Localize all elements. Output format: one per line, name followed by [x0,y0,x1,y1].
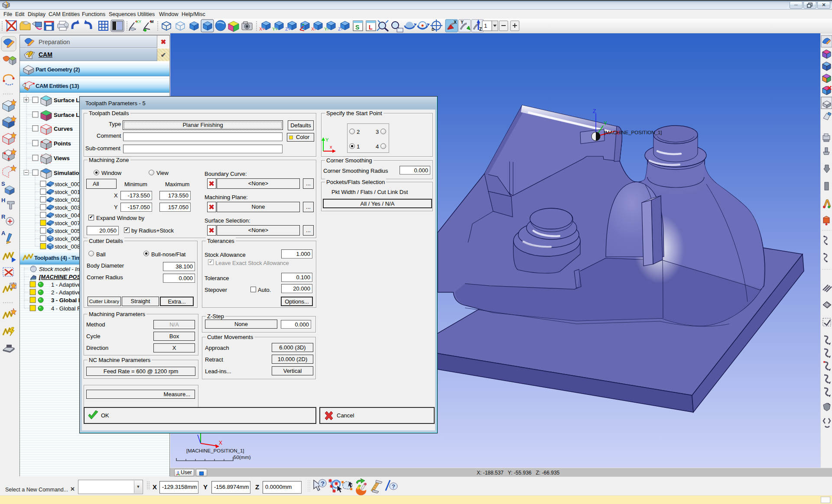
svg-text:M: M [150,19,154,24]
svg-text:L: L [369,24,373,31]
svg-text:Points: Points [54,140,71,147]
svg-text:Z: Z [479,27,482,32]
svg-text:stock_000: stock_000 [55,181,80,187]
svg-text:Y: Y [325,137,329,142]
svg-text:S: S [1,181,5,187]
svg-text:stock_004: stock_004 [55,212,80,219]
svg-text:Y+: Y+ [272,26,278,32]
svg-text:A: A [1,230,6,236]
svg-text:4 - Global R: 4 - Global R [51,305,81,312]
svg-text:[MACHINE_POSITION_1]: [MACHINE_POSITION_1] [186,448,244,453]
svg-text:XY: XY [136,19,141,24]
svg-text:stock_002: stock_002 [55,197,80,203]
svg-text:x: x [330,144,332,149]
svg-text:Views: Views [54,155,70,162]
svg-text:S: S [355,24,359,31]
svg-text:Y-: Y- [324,26,329,32]
svg-text:stock_005: stock_005 [55,228,80,234]
svg-text:?: ? [392,483,395,490]
svg-text:Curves: Curves [54,126,73,132]
svg-text:Z-: Z- [338,26,343,32]
svg-text:X-: X- [311,26,316,32]
svg-text:2 - Adaptive: 2 - Adaptive [51,289,81,296]
svg-text:stock_007: stock_007 [55,220,80,226]
svg-text:[MACHINE_POSITION_1]: [MACHINE_POSITION_1] [604,130,662,135]
svg-text:50(mm): 50(mm) [234,455,251,460]
svg-text:X: X [454,20,457,25]
svg-text:stock_003: stock_003 [55,204,80,211]
svg-text:Z+: Z+ [285,26,291,32]
svg-text:X: X [219,440,222,446]
svg-text:stock_006: stock_006 [55,236,80,242]
svg-text:1 - Adaptive: 1 - Adaptive [51,281,81,288]
svg-text:3 - Global R: 3 - Global R [51,297,83,304]
svg-text:stock_001: stock_001 [55,189,80,195]
svg-text:?: ? [321,480,325,487]
svg-text:Z: Z [593,108,596,114]
svg-text:H: H [1,197,5,204]
svg-text:1: 1 [484,23,487,29]
svg-text:Y: Y [604,120,607,126]
svg-text:D: D [432,27,435,32]
svg-text:X+: X+ [259,26,265,32]
svg-text:Y: Y [461,20,464,25]
svg-text:stock_008: stock_008 [55,243,80,250]
svg-text:R: R [1,213,6,220]
